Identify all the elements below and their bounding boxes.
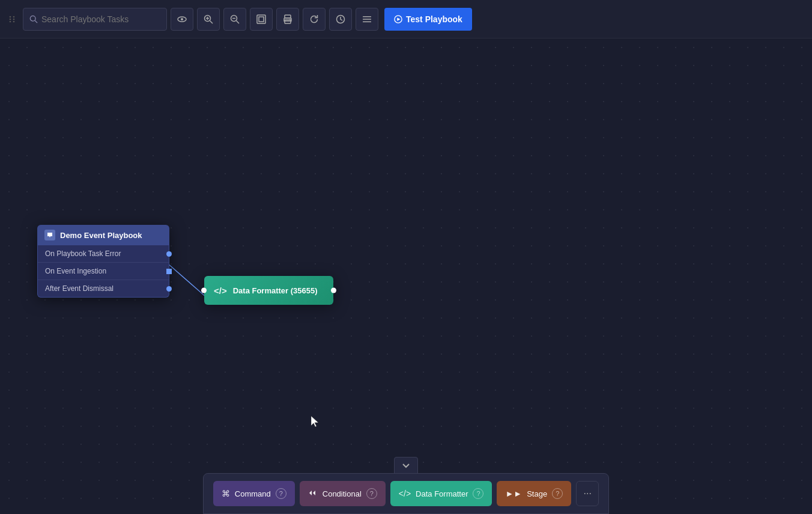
bottom-panel: ⌘ Command ? Conditional ? </> Data Forma… — [0, 457, 812, 514]
conditional-label: Conditional — [323, 489, 362, 498]
refresh-icon — [309, 14, 319, 24]
clock-icon — [336, 14, 345, 24]
command-type-button[interactable]: ⌘ Command ? — [213, 481, 295, 506]
event-row-label-1: On Event Ingestion — [45, 267, 106, 275]
event-row-label-0: On Playbook Task Error — [45, 249, 121, 258]
test-playbook-label: Test Playbook — [406, 14, 462, 24]
svg-rect-20 — [285, 20, 291, 23]
demo-event-body: On Playbook Task Error On Event Ingestio… — [37, 245, 169, 298]
svg-line-7 — [35, 20, 37, 23]
svg-line-28 — [168, 264, 206, 297]
eye-button[interactable] — [171, 8, 193, 31]
event-row-0[interactable]: On Playbook Task Error — [38, 245, 169, 263]
search-icon — [29, 15, 38, 23]
command-help-icon[interactable]: ? — [276, 488, 286, 499]
svg-point-5 — [13, 20, 15, 22]
svg-point-2 — [10, 18, 11, 20]
event-row-connector-1 — [166, 269, 172, 274]
svg-line-15 — [237, 20, 240, 23]
stage-icon: ►► — [505, 489, 522, 498]
conditional-type-button[interactable]: Conditional ? — [300, 481, 386, 506]
fit-screen-icon — [256, 14, 266, 24]
task-type-toolbar: ⌘ Command ? Conditional ? </> Data Forma… — [203, 473, 609, 514]
chevron-down-icon — [402, 462, 410, 468]
svg-rect-18 — [259, 17, 264, 22]
play-icon — [394, 15, 402, 23]
event-row-connector-0 — [166, 251, 172, 257]
menu-button[interactable] — [356, 8, 378, 31]
eye-icon — [177, 14, 187, 24]
search-input[interactable] — [41, 14, 160, 24]
refresh-button[interactable] — [303, 8, 326, 31]
print-icon — [283, 14, 292, 24]
node-data-formatter[interactable]: </> Data Formatter (35655) — [204, 276, 333, 305]
command-icon: ⌘ — [222, 489, 230, 498]
svg-rect-17 — [257, 15, 265, 23]
zoom-out-button[interactable] — [223, 8, 246, 31]
stage-label: Stage — [527, 489, 547, 498]
event-row-2[interactable]: After Event Dismissal — [38, 280, 169, 297]
demo-event-header: Demo Event Playbook — [37, 225, 169, 245]
svg-point-6 — [30, 16, 35, 21]
svg-point-3 — [13, 18, 15, 20]
svg-point-4 — [10, 20, 11, 22]
conditional-icon — [308, 488, 318, 500]
svg-rect-25 — [363, 21, 371, 22]
more-label: ··· — [584, 488, 592, 499]
demo-event-title: Demo Event Playbook — [60, 231, 142, 240]
zoom-in-button[interactable] — [197, 8, 220, 31]
event-row-1[interactable]: On Event Ingestion — [38, 263, 169, 280]
svg-rect-23 — [363, 16, 371, 17]
print-button[interactable] — [276, 8, 299, 31]
conditional-help-icon[interactable]: ? — [366, 488, 377, 499]
menu-icon — [362, 14, 372, 24]
mouse-cursor — [311, 416, 318, 427]
history-button[interactable] — [329, 8, 352, 31]
svg-point-9 — [181, 18, 183, 20]
svg-point-1 — [13, 16, 15, 17]
test-playbook-button[interactable]: Test Playbook — [384, 8, 472, 31]
canvas: Demo Event Playbook On Playbook Task Err… — [0, 38, 812, 514]
data-formatter-icon: </> — [399, 489, 411, 498]
zoom-in-icon — [204, 14, 213, 24]
data-formatter-label: Data Formatter — [416, 489, 468, 498]
event-row-label-2: After Event Dismissal — [45, 284, 114, 293]
event-row-connector-2 — [166, 286, 172, 292]
stage-help-icon[interactable]: ? — [552, 488, 563, 499]
demo-event-header-icon — [44, 230, 55, 240]
formatter-connector-right — [331, 288, 336, 293]
svg-point-21 — [289, 19, 291, 20]
data-formatter-help-icon[interactable]: ? — [473, 488, 483, 499]
stage-type-button[interactable]: ►► Stage ? — [497, 481, 571, 506]
formatter-label: Data Formatter (35655) — [233, 286, 318, 295]
formatter-code-icon: </> — [214, 286, 227, 296]
fit-screen-button[interactable] — [250, 8, 273, 31]
node-demo-event[interactable]: Demo Event Playbook On Playbook Task Err… — [37, 225, 169, 298]
drag-handle[interactable] — [7, 14, 17, 24]
zoom-out-icon — [230, 14, 240, 24]
svg-marker-27 — [397, 17, 400, 20]
search-container — [23, 8, 167, 31]
more-options-button[interactable]: ··· — [576, 481, 599, 506]
toolbar: Test Playbook — [0, 0, 812, 38]
svg-point-0 — [10, 16, 11, 17]
svg-marker-29 — [47, 233, 52, 237]
formatter-connector-left — [201, 288, 207, 293]
panel-collapse-button[interactable] — [394, 457, 418, 474]
command-label: Command — [235, 489, 271, 498]
svg-line-11 — [210, 20, 213, 23]
data-formatter-type-button[interactable]: </> Data Formatter ? — [390, 481, 492, 506]
svg-rect-24 — [363, 19, 371, 20]
